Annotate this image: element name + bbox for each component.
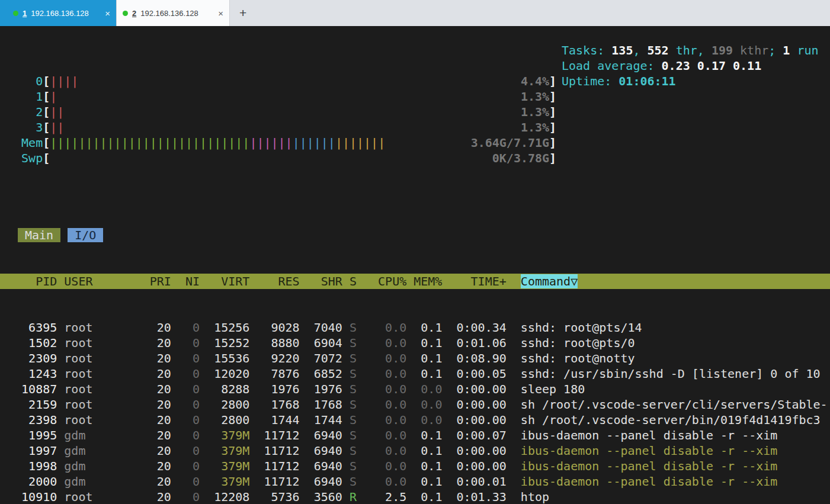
terminal-tab-1[interactable]: 1 192.168.136.128 ×: [7, 0, 116, 26]
column-header-pid[interactable]: PID: [7, 274, 57, 289]
cell-mem: 0.1: [406, 443, 442, 458]
load-average-text: 0.17: [697, 59, 733, 73]
process-row[interactable]: 10910root2001220857363560R2.50.10:01.33h…: [0, 489, 830, 504]
cpu-meter-1: 1[|1.3%]: [0, 89, 830, 104]
cell-cpu: 0.0: [357, 474, 406, 489]
column-header-cmd[interactable]: Command▽: [507, 274, 578, 289]
process-table-header: PIDUSERPRINIVIRTRESSHRSCPU%MEM%TIME+Comm…: [0, 274, 830, 289]
cell-user: root: [64, 397, 128, 412]
meter-open-bracket: [: [43, 120, 50, 134]
meter-bar: ||||||||||||||||||||||||||||||||||||||||…: [50, 135, 549, 150]
process-row[interactable]: 2309root2001553692207072S0.00.10:08.90ss…: [0, 351, 830, 366]
cell-time: 0:00.00: [442, 458, 506, 474]
cell-pid: 2000: [7, 474, 57, 489]
uptime-text: Uptime:: [562, 74, 619, 88]
meter-bar: ||||4.4%: [50, 73, 549, 89]
cell-ni: 0: [171, 458, 200, 474]
close-tab-icon[interactable]: ×: [218, 9, 223, 18]
cell-cmd: sleep 180: [507, 381, 585, 397]
cell-s: S: [342, 397, 357, 412]
cell-s: S: [342, 335, 357, 351]
process-row[interactable]: 1997gdm200379M117126940S0.00.10:00.00ibu…: [0, 443, 830, 458]
cell-res: 9028: [249, 320, 299, 335]
column-header-cpu[interactable]: CPU%: [357, 274, 406, 289]
cell-pid: 6395: [7, 320, 57, 335]
process-row[interactable]: 1998gdm200379M117126940S0.00.10:00.00ibu…: [0, 458, 830, 474]
process-row[interactable]: 1995gdm200379M117126940S0.00.10:00.07ibu…: [0, 428, 830, 443]
summary-section: Tasks: 135, 552 thr, 199 kthr; 1 runLoad…: [562, 43, 819, 89]
cell-res: 5736: [249, 489, 299, 504]
cell-virt: 12208: [200, 489, 249, 504]
process-row[interactable]: 10887root200828819761976S0.00.00:00.00sl…: [0, 381, 830, 397]
cell-s: R: [342, 489, 357, 504]
column-header-user[interactable]: USER: [64, 274, 128, 289]
sort-column-label: Command▽: [521, 274, 578, 288]
cell-cmd: ibus-daemon --panel disable -r --xim: [507, 474, 778, 489]
process-row[interactable]: 1243root2001202078766852S0.00.10:00.05ss…: [0, 366, 830, 381]
process-row[interactable]: 1502root2001525288806904S0.00.10:01.06ss…: [0, 335, 830, 351]
load-average-text: 0.11: [733, 59, 761, 73]
cell-user: gdm: [64, 443, 128, 458]
cell-cmd: sshd: root@notty: [507, 351, 635, 366]
memory-meter: Mem[||||||||||||||||||||||||||||||||||||…: [0, 135, 830, 150]
meter-value: 0K/3.78G: [492, 150, 549, 166]
cell-s: S: [342, 458, 357, 474]
column-header-virt[interactable]: VIRT: [200, 274, 249, 289]
cell-shr: 1744: [300, 412, 342, 428]
cell-mem: 0.1: [406, 320, 442, 335]
cell-virt: 379M: [200, 443, 249, 458]
process-row[interactable]: 6395root2001525690287040S0.00.10:00.34ss…: [0, 320, 830, 335]
cell-pid: 1995: [7, 428, 57, 443]
column-header-mem[interactable]: MEM%: [406, 274, 442, 289]
cell-time: 0:00.01: [442, 474, 506, 489]
tasks-summary-text: ,: [633, 43, 647, 57]
meter-close-bracket: ]: [549, 105, 556, 119]
tasks-summary-text: 1: [783, 43, 790, 57]
meter-value: 1.3%: [521, 104, 549, 120]
meter-close-bracket: ]: [549, 89, 556, 104]
column-header-shr[interactable]: SHR: [300, 274, 342, 289]
terminal-tab-2[interactable]: 2 192.168.136.128 ×: [116, 0, 230, 26]
bar-segment-green: ||||||||||||||||||||||||||||: [50, 136, 249, 150]
cell-pri: 20: [129, 458, 171, 474]
close-tab-icon[interactable]: ×: [105, 9, 110, 18]
screen-tab-main[interactable]: Main: [18, 228, 60, 242]
cell-s: S: [342, 351, 357, 366]
load-average-text: Load average:: [562, 59, 662, 73]
meter-bar: ||1.3%: [50, 120, 549, 135]
tab-title: 192.168.136.128: [140, 9, 214, 18]
cell-res: 11712: [249, 428, 299, 443]
cell-ni: 0: [171, 474, 200, 489]
terminal[interactable]: 0[||||4.4%]1[|1.3%]2[||1.3%]3[||1.3%]Mem…: [0, 26, 830, 504]
cell-cpu: 0.0: [357, 412, 406, 428]
cell-cmd: sshd: root@pts/14: [507, 320, 642, 335]
screen-tab-io[interactable]: I/O: [68, 228, 103, 242]
meter-open-bracket: [: [43, 89, 50, 104]
cell-s: S: [342, 412, 357, 428]
cell-pid: 1502: [7, 335, 57, 351]
cell-cpu: 0.0: [357, 443, 406, 458]
new-tab-button[interactable]: +: [230, 0, 256, 26]
cell-shr: 6904: [300, 335, 342, 351]
tasks-summary-text: thr: [669, 43, 697, 57]
process-row[interactable]: 2159root200280017681768S0.00.00:00.00sh …: [0, 397, 830, 412]
cell-res: 7876: [249, 366, 299, 381]
column-header-s[interactable]: S: [342, 274, 357, 289]
process-row[interactable]: 2398root200280017441744S0.00.00:00.00sh …: [0, 412, 830, 428]
meter-open-bracket: [: [43, 136, 50, 150]
column-header-time[interactable]: TIME+: [442, 274, 506, 289]
cpu-meter-3: 3[||1.3%]: [0, 120, 830, 135]
cell-pri: 20: [129, 412, 171, 428]
column-header-pri[interactable]: PRI: [129, 274, 171, 289]
cell-virt: 2800: [200, 397, 249, 412]
cell-time: 0:00.00: [442, 381, 506, 397]
cell-cpu: 0.0: [357, 428, 406, 443]
uptime-text: 01:06:11: [619, 74, 675, 88]
process-row[interactable]: 2000gdm200379M117126940S0.00.10:00.01ibu…: [0, 474, 830, 489]
cell-shr: 7072: [300, 351, 342, 366]
meter-label: 1: [7, 89, 43, 104]
cell-time: 0:00.05: [442, 366, 506, 381]
column-header-ni[interactable]: NI: [171, 274, 200, 289]
column-header-res[interactable]: RES: [249, 274, 299, 289]
meter-value: 3.64G/7.71G: [471, 135, 549, 150]
